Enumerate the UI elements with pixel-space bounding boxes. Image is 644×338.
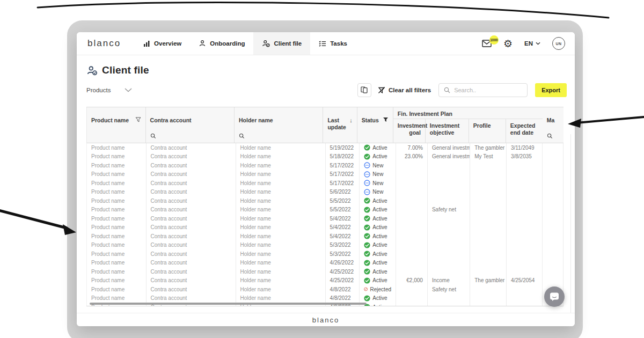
tab-overview[interactable]: Overview xyxy=(135,32,190,55)
table-row[interactable]: Product nameContra accountHolder name4/2… xyxy=(87,267,564,276)
table-cell-status: Active xyxy=(360,267,396,276)
table-cell-ma xyxy=(543,152,564,161)
table-cell-date: 4/25/2022 xyxy=(326,267,360,276)
horizontal-scrollbar[interactable] xyxy=(90,303,367,305)
table-row[interactable]: Product nameContra accountHolder name5/1… xyxy=(87,143,564,152)
table-cell-ma xyxy=(543,223,564,232)
chat-launcher-button[interactable] xyxy=(544,286,565,307)
table-cell-contra: Contra account xyxy=(147,188,236,197)
status-new-icon xyxy=(364,162,370,168)
filter-off-icon xyxy=(378,86,385,94)
table-cell-product: Product name xyxy=(87,276,147,285)
table-cell-profile: The gambler xyxy=(470,276,507,285)
language-selector[interactable]: EN xyxy=(524,40,540,47)
table-cell-contra: Contra account xyxy=(147,143,236,152)
table-cell-holder: Holder name xyxy=(236,294,326,303)
search-input[interactable] xyxy=(454,87,518,93)
export-button[interactable]: Export xyxy=(535,83,567,97)
table-cell-ma xyxy=(543,161,564,170)
table-cell-ma xyxy=(543,214,564,223)
clear-all-filters-button[interactable]: Clear all filters xyxy=(378,86,431,94)
table-cell-contra: Contra account xyxy=(147,276,236,285)
table-cell-ma xyxy=(543,188,564,197)
filter-filled-icon[interactable] xyxy=(383,117,389,122)
person-icon xyxy=(199,40,206,47)
table-cell-product: Product name xyxy=(87,214,147,223)
mail-button[interactable]: 1000 xyxy=(482,40,492,47)
table-cell-end: 3/8/2035 xyxy=(507,152,543,161)
table-cell-ma xyxy=(543,249,564,259)
status-active-icon xyxy=(364,268,370,275)
tab-tasks[interactable]: Tasks xyxy=(310,32,356,55)
table-cell-date: 5/19/2022 xyxy=(326,143,360,152)
tab-onboarding[interactable]: Onboarding xyxy=(190,32,253,55)
table-cell-objective xyxy=(428,196,470,205)
table-cell-objective: Safety net xyxy=(428,285,470,294)
table-cell-status: Active xyxy=(360,214,396,223)
blanco-logo[interactable]: blanco xyxy=(87,38,121,49)
table-row[interactable]: Product nameContra accountHolder name5/1… xyxy=(87,179,564,188)
table-cell-date: 5/4/2022 xyxy=(326,214,360,223)
status-active-icon xyxy=(364,251,370,257)
table-cell-end: 4/25/2054 xyxy=(507,276,543,285)
table-cell-status: Active xyxy=(360,241,396,250)
products-dropdown[interactable]: Products xyxy=(86,87,132,93)
table-cell-goal xyxy=(396,188,428,197)
table-row[interactable]: Product nameContra accountHolder name4/8… xyxy=(87,294,564,303)
avatar[interactable]: UN xyxy=(552,37,565,50)
table-cell-date: 5/4/2022 xyxy=(326,223,360,232)
column-search-icon[interactable] xyxy=(239,133,245,139)
column-header-investment-objective: Investment objective xyxy=(426,119,469,143)
vertical-scrollbar[interactable] xyxy=(570,134,571,326)
table-row[interactable]: Product nameContra accountHolder name5/4… xyxy=(87,223,564,232)
tab-client-file[interactable]: Client file xyxy=(253,32,310,55)
table-row[interactable]: Product nameContra accountHolder name4/8… xyxy=(87,285,564,294)
table-row[interactable]: Product nameContra accountHolder name5/1… xyxy=(87,152,564,161)
table-cell-date: 5/5/2022 xyxy=(326,196,360,205)
column-settings-button[interactable] xyxy=(357,83,371,97)
table-cell-product: Product name xyxy=(87,170,147,179)
table-row[interactable]: Product nameContra accountHolder name4/2… xyxy=(87,276,564,285)
gear-icon[interactable]: ⚙ xyxy=(503,39,513,49)
table-row[interactable]: Product nameContra accountHolder name5/3… xyxy=(87,241,564,250)
table-row[interactable]: Product nameContra accountHolder name5/5… xyxy=(87,196,564,205)
bar-chart-icon xyxy=(143,40,150,47)
table-cell-end xyxy=(507,241,543,250)
table-cell-status: Active xyxy=(360,259,396,268)
table-cell-status: Active xyxy=(360,196,396,205)
table-cell-goal xyxy=(396,259,428,268)
table-cell-ma xyxy=(543,205,564,215)
filter-icon[interactable] xyxy=(135,117,141,122)
table-row[interactable]: Product nameContra accountHolder name4/2… xyxy=(87,259,564,268)
table-cell-objective xyxy=(428,241,470,250)
table-row[interactable]: Product nameContra accountHolder name5/1… xyxy=(87,161,564,170)
tab-label: Client file xyxy=(274,40,302,47)
table-row[interactable]: Product nameContra accountHolder name5/3… xyxy=(87,249,564,259)
table-cell-product: Product name xyxy=(87,267,147,276)
column-search-icon[interactable] xyxy=(547,133,553,139)
table-cell-goal xyxy=(396,161,428,170)
table-cell-status: Active xyxy=(360,294,396,303)
status-active-icon xyxy=(364,215,370,222)
search-icon xyxy=(444,87,450,93)
table-row[interactable]: Product nameContra accountHolder name5/4… xyxy=(87,232,564,241)
table-cell-profile xyxy=(470,285,507,294)
table-cell-goal: €2,000 xyxy=(396,276,428,285)
table-cell-objective xyxy=(428,259,470,268)
chat-icon xyxy=(550,292,559,302)
table-row[interactable]: Product nameContra accountHolder name5/1… xyxy=(87,170,564,179)
table-cell-contra: Contra account xyxy=(147,241,236,250)
table-cell-objective xyxy=(428,232,470,241)
sort-descending-icon[interactable]: ↓ xyxy=(349,117,353,124)
table-cell-date: 5/17/2022 xyxy=(326,161,360,170)
table-row[interactable]: Product nameContra accountHolder name5/6… xyxy=(87,188,564,197)
table-row[interactable]: Product nameContra accountHolder name5/5… xyxy=(87,205,564,215)
table-cell-objective: General investment xyxy=(428,152,470,161)
status-active-icon xyxy=(364,224,370,231)
chevron-down-icon xyxy=(536,42,540,45)
table-row[interactable]: Product nameContra accountHolder name5/4… xyxy=(87,214,564,223)
table-cell-holder: Holder name xyxy=(236,259,326,268)
table-cell-profile xyxy=(470,303,507,306)
status-new-icon xyxy=(364,171,370,178)
column-search-icon[interactable] xyxy=(150,133,156,139)
